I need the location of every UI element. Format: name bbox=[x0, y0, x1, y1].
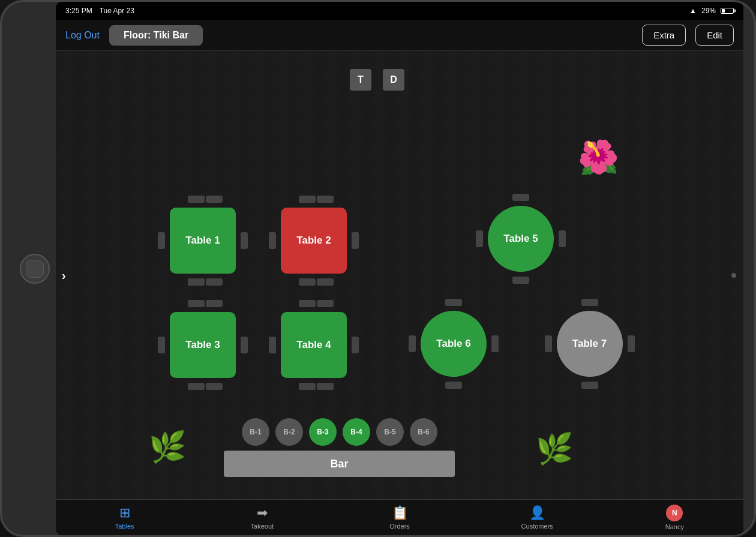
tables-icon: ⊞ bbox=[119, 505, 130, 521]
bar-counter[interactable]: Bar bbox=[224, 451, 455, 477]
barstool-b1[interactable]: B-1 bbox=[242, 418, 269, 446]
barstool-b3[interactable]: B-3 bbox=[309, 418, 337, 446]
wifi-icon: ▲ bbox=[689, 7, 697, 15]
volume-button[interactable] bbox=[0, 254, 2, 284]
nav-customers[interactable]: 👤 Customers bbox=[469, 505, 606, 530]
home-button[interactable] bbox=[20, 254, 50, 284]
orders-label: Orders bbox=[389, 523, 410, 530]
battery-indicator bbox=[721, 8, 734, 14]
barstool-b4[interactable]: B-4 bbox=[343, 418, 370, 446]
takeout-label: Takeout bbox=[251, 523, 274, 530]
table-1[interactable]: Table 1 bbox=[170, 208, 236, 274]
edit-button[interactable]: Edit bbox=[695, 25, 734, 46]
takeout-icon: ➡ bbox=[257, 505, 268, 521]
floor-area: › T D Table 1 bbox=[56, 51, 743, 499]
plant-bottomleft: 🌿 bbox=[149, 432, 186, 462]
bottom-nav: ⊞ Tables ➡ Takeout 📋 Orders 👤 Customers … bbox=[56, 499, 743, 535]
next-floor-arrow[interactable]: › bbox=[62, 268, 66, 282]
nav-takeout[interactable]: ➡ Takeout bbox=[193, 505, 331, 530]
side-button[interactable] bbox=[753, 254, 756, 259]
screen: 3:25 PM Tue Apr 23 ▲ 29% Log Out Floor: … bbox=[56, 2, 743, 535]
table-2[interactable]: Table 2 bbox=[281, 208, 347, 274]
table-4[interactable]: Table 4 bbox=[281, 312, 347, 378]
customers-icon: 👤 bbox=[529, 505, 545, 521]
orders-icon: 📋 bbox=[392, 505, 408, 521]
table-wrapper-4: Table 4 bbox=[266, 297, 362, 393]
table-3[interactable]: Table 3 bbox=[170, 312, 236, 378]
label-d: D bbox=[383, 69, 404, 91]
floor-title: Floor: Tiki Bar bbox=[109, 25, 203, 46]
extra-button[interactable]: Extra bbox=[642, 25, 686, 46]
table-wrapper-1: Table 1 bbox=[155, 193, 251, 289]
status-bar: 3:25 PM Tue Apr 23 ▲ 29% bbox=[56, 2, 743, 20]
barstool-b5[interactable]: B-5 bbox=[376, 418, 404, 446]
customers-label: Customers bbox=[521, 523, 553, 530]
table-wrapper-3: Table 3 bbox=[155, 297, 251, 393]
plant-bottomright: 🌿 bbox=[536, 434, 573, 464]
table-wrapper-2: Table 2 bbox=[266, 193, 362, 289]
nancy-avatar: N bbox=[666, 505, 683, 521]
status-date: Tue Apr 23 bbox=[100, 7, 134, 15]
plant-topright: 🌺 bbox=[578, 141, 619, 174]
tables-label: Tables bbox=[115, 523, 134, 530]
nancy-label: Nancy bbox=[665, 523, 684, 530]
table-wrapper-6: Table 6 bbox=[409, 296, 499, 392]
status-time: 3:25 PM bbox=[65, 7, 92, 15]
barstool-b6[interactable]: B-6 bbox=[410, 418, 437, 446]
logout-button[interactable]: Log Out bbox=[65, 30, 100, 41]
device: 3:25 PM Tue Apr 23 ▲ 29% Log Out Floor: … bbox=[0, 0, 756, 537]
label-t: T bbox=[350, 69, 371, 91]
battery-pct: 29% bbox=[701, 7, 716, 15]
right-dot bbox=[731, 273, 736, 278]
table-wrapper-5: Table 5 bbox=[476, 194, 566, 284]
table-wrapper-7: Table 7 bbox=[543, 296, 636, 392]
home-button-inner bbox=[26, 260, 44, 278]
nav-orders[interactable]: 📋 Orders bbox=[331, 505, 468, 530]
nav-nancy[interactable]: N Nancy bbox=[606, 505, 743, 530]
top-nav: Log Out Floor: Tiki Bar Extra Edit bbox=[56, 20, 743, 51]
nav-tables[interactable]: ⊞ Tables bbox=[56, 505, 193, 530]
barstool-b2[interactable]: B-2 bbox=[275, 418, 303, 446]
